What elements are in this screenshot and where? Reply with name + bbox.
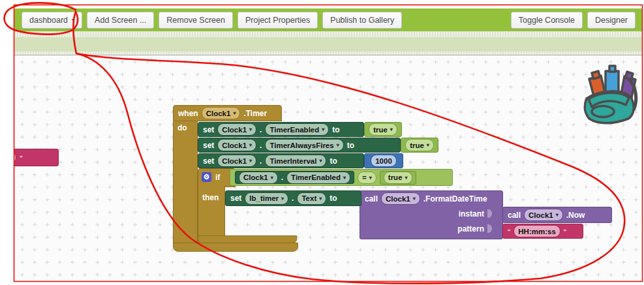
call-header: call Clock1 ▾ .FormatDateTime <box>360 191 502 206</box>
event-name: .Timer <box>243 109 267 118</box>
socket-notch <box>487 209 492 218</box>
pattern-text-block[interactable]: " HH:mm:ss " <box>502 224 583 239</box>
get-timer-enabled-block[interactable]: Clock1 ▾ . TimerEnabled ▾ <box>235 171 354 184</box>
chevron-down-icon: ▾ <box>271 175 273 181</box>
chevron-down-icon: ▾ <box>249 158 252 164</box>
close-quote: " <box>564 228 566 235</box>
toolbar-right-group: Toggle Console Designer <box>511 12 636 29</box>
do-label: do <box>177 123 187 132</box>
chevron-down-icon: ▾ <box>427 142 429 148</box>
pattern-param-row: pattern <box>360 221 502 236</box>
property-dropdown[interactable]: TimerEnabled ▾ <box>265 123 329 136</box>
then-label: then <box>202 193 219 202</box>
component-dropdown[interactable]: Clock1 ▾ <box>381 192 420 205</box>
logic-true-block[interactable]: true ▾ <box>364 122 402 137</box>
socket-notch <box>487 224 492 233</box>
true-dropdown[interactable]: true ▾ <box>369 123 397 136</box>
subheader-band <box>14 37 643 52</box>
chevron-down-icon: ▾ <box>249 127 252 132</box>
set-timer-enabled-block[interactable]: set Clock1 ▾ . TimerEnabled ▾ to <box>198 122 364 137</box>
chevron-down-icon: ▾ <box>72 17 74 23</box>
component-dropdown[interactable]: Clock1 ▾ <box>524 209 563 221</box>
designer-button[interactable]: Designer <box>587 12 636 29</box>
publish-to-gallery-button[interactable]: Publish to Gallery <box>322 12 402 29</box>
chevron-down-icon: ▾ <box>233 110 236 116</box>
property-dropdown[interactable]: TimerAlwaysFires ▾ <box>265 139 343 151</box>
method-name: .Now <box>566 211 585 220</box>
property-dropdown[interactable]: TimerInterval ▾ <box>265 155 326 167</box>
screen-picker-label: dashboard <box>29 16 68 25</box>
text-field[interactable]: HH:mm:ss <box>514 225 560 237</box>
backpack-icon[interactable] <box>583 63 643 126</box>
component-dropdown[interactable]: Clock1 ▾ <box>202 107 241 119</box>
component-dropdown[interactable]: Clock1 ▾ <box>217 155 256 167</box>
chevron-down-icon: ▾ <box>337 142 339 148</box>
instant-param-row: instant <box>360 206 502 221</box>
partial-text-block[interactable]: T... " <box>14 149 59 166</box>
chevron-down-icon: ▾ <box>319 158 322 164</box>
chevron-down-icon: ▾ <box>281 196 284 202</box>
set-lb-timer-text-block[interactable]: set lb_timer ▾ . Text ▾ to <box>225 190 361 206</box>
quote-mark: " <box>20 155 22 161</box>
chevron-down-icon: ▾ <box>249 142 252 148</box>
true-dropdown[interactable]: true ▾ <box>405 139 434 151</box>
component-dropdown[interactable]: lb_timer ▾ <box>245 192 288 205</box>
logic-true-block[interactable]: true ▾ <box>380 171 416 185</box>
toggle-console-button[interactable]: Toggle Console <box>511 12 583 29</box>
toolbar-divider-strip <box>14 31 643 37</box>
toolbar: dashboard ▾ Add Screen ... Remove Screen… <box>14 8 643 31</box>
if-keyword: if <box>215 173 220 182</box>
set-timer-interval-block[interactable]: set Clock1 ▾ . TimerInterval ▾ to <box>198 153 364 168</box>
mutator-gear-icon[interactable]: ⚙ <box>202 172 211 182</box>
operator-dropdown[interactable]: = ▾ <box>358 172 376 184</box>
when-keyword: when <box>178 109 198 118</box>
call-now-block[interactable]: call Clock1 ▾ .Now <box>502 207 612 223</box>
chevron-down-icon: ▾ <box>556 212 559 218</box>
project-properties-button[interactable]: Project Properties <box>238 12 318 29</box>
number-field[interactable]: 1000 <box>371 155 397 167</box>
if-block-header: ⚙ if <box>202 172 220 182</box>
method-name: .FormatDateTime <box>423 194 487 203</box>
chevron-down-icon: ▾ <box>343 175 346 181</box>
when-clock-timer-block[interactable]: when Clock1 ▾ .Timer <box>173 105 282 121</box>
open-quote: " <box>508 228 510 235</box>
chevron-down-icon: ▾ <box>405 175 408 181</box>
app-inventor-blocks-editor: dashboard ▾ Add Screen ... Remove Screen… <box>0 0 644 285</box>
component-dropdown[interactable]: Clock1 ▾ <box>217 139 256 151</box>
true-dropdown[interactable]: true ▾ <box>384 172 412 184</box>
property-dropdown[interactable]: Text ▾ <box>297 192 326 205</box>
chevron-down-icon: ▾ <box>390 127 393 132</box>
logic-true-block[interactable]: true ▾ <box>401 138 438 153</box>
chevron-down-icon: ▾ <box>413 196 416 202</box>
equals-comparison-block[interactable]: Clock1 ▾ . TimerEnabled ▾ = ▾ true ▾ <box>230 169 453 186</box>
chevron-down-icon: ▾ <box>322 127 324 132</box>
call-format-datetime-block[interactable]: call Clock1 ▾ .FormatDateTime instant pa… <box>360 190 503 239</box>
add-screen-button[interactable]: Add Screen ... <box>87 12 154 29</box>
math-number-block[interactable]: 1000 <box>364 153 403 168</box>
remove-screen-button[interactable]: Remove Screen <box>159 12 233 29</box>
property-dropdown[interactable]: TimerEnabled ▾ <box>286 172 350 184</box>
component-dropdown[interactable]: Clock1 ▾ <box>217 123 256 136</box>
when-block-do-column[interactable] <box>173 121 198 243</box>
chevron-down-icon: ▾ <box>319 196 322 202</box>
when-block-footer[interactable] <box>173 243 298 252</box>
if-block-footer[interactable] <box>198 235 297 243</box>
screen-picker-button[interactable]: dashboard ▾ <box>22 12 82 29</box>
set-timer-always-fires-block[interactable]: set Clock1 ▾ . TimerAlwaysFires ▾ to <box>198 138 401 153</box>
chevron-down-icon: ▾ <box>369 175 372 181</box>
blocks-canvas[interactable]: T... " when Clock1 ▾ .Timer do set Clock… <box>14 55 643 282</box>
component-dropdown[interactable]: Clock1 ▾ <box>239 172 278 184</box>
text-field[interactable]: T... <box>14 151 16 164</box>
